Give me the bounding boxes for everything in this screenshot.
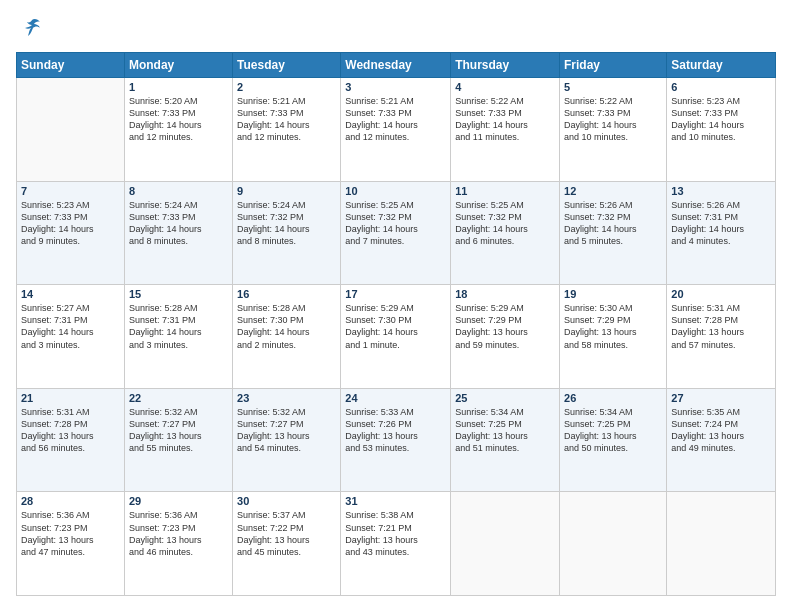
calendar-cell: 9Sunrise: 5:24 AM Sunset: 7:32 PM Daylig… bbox=[233, 181, 341, 285]
day-info: Sunrise: 5:34 AM Sunset: 7:25 PM Dayligh… bbox=[455, 406, 555, 455]
calendar-cell: 2Sunrise: 5:21 AM Sunset: 7:33 PM Daylig… bbox=[233, 78, 341, 182]
day-info: Sunrise: 5:36 AM Sunset: 7:23 PM Dayligh… bbox=[21, 509, 120, 558]
calendar-cell: 28Sunrise: 5:36 AM Sunset: 7:23 PM Dayli… bbox=[17, 492, 125, 596]
day-number: 24 bbox=[345, 392, 446, 404]
calendar-cell: 18Sunrise: 5:29 AM Sunset: 7:29 PM Dayli… bbox=[451, 285, 560, 389]
day-number: 3 bbox=[345, 81, 446, 93]
day-info: Sunrise: 5:28 AM Sunset: 7:30 PM Dayligh… bbox=[237, 302, 336, 351]
weekday-header-row: SundayMondayTuesdayWednesdayThursdayFrid… bbox=[17, 53, 776, 78]
day-number: 5 bbox=[564, 81, 662, 93]
day-number: 13 bbox=[671, 185, 771, 197]
day-info: Sunrise: 5:26 AM Sunset: 7:31 PM Dayligh… bbox=[671, 199, 771, 248]
calendar-cell: 11Sunrise: 5:25 AM Sunset: 7:32 PM Dayli… bbox=[451, 181, 560, 285]
day-info: Sunrise: 5:24 AM Sunset: 7:32 PM Dayligh… bbox=[237, 199, 336, 248]
day-number: 16 bbox=[237, 288, 336, 300]
day-info: Sunrise: 5:24 AM Sunset: 7:33 PM Dayligh… bbox=[129, 199, 228, 248]
calendar-cell bbox=[451, 492, 560, 596]
calendar-week-row: 7Sunrise: 5:23 AM Sunset: 7:33 PM Daylig… bbox=[17, 181, 776, 285]
calendar-cell: 15Sunrise: 5:28 AM Sunset: 7:31 PM Dayli… bbox=[124, 285, 232, 389]
calendar-cell: 19Sunrise: 5:30 AM Sunset: 7:29 PM Dayli… bbox=[560, 285, 667, 389]
calendar-cell: 31Sunrise: 5:38 AM Sunset: 7:21 PM Dayli… bbox=[341, 492, 451, 596]
calendar-cell bbox=[17, 78, 125, 182]
day-number: 1 bbox=[129, 81, 228, 93]
calendar-cell bbox=[667, 492, 776, 596]
calendar-cell: 23Sunrise: 5:32 AM Sunset: 7:27 PM Dayli… bbox=[233, 388, 341, 492]
calendar-cell: 24Sunrise: 5:33 AM Sunset: 7:26 PM Dayli… bbox=[341, 388, 451, 492]
calendar-week-row: 1Sunrise: 5:20 AM Sunset: 7:33 PM Daylig… bbox=[17, 78, 776, 182]
weekday-header-thursday: Thursday bbox=[451, 53, 560, 78]
day-info: Sunrise: 5:21 AM Sunset: 7:33 PM Dayligh… bbox=[237, 95, 336, 144]
calendar-cell: 5Sunrise: 5:22 AM Sunset: 7:33 PM Daylig… bbox=[560, 78, 667, 182]
day-number: 9 bbox=[237, 185, 336, 197]
day-number: 10 bbox=[345, 185, 446, 197]
weekday-header-saturday: Saturday bbox=[667, 53, 776, 78]
calendar-week-row: 21Sunrise: 5:31 AM Sunset: 7:28 PM Dayli… bbox=[17, 388, 776, 492]
calendar-cell: 17Sunrise: 5:29 AM Sunset: 7:30 PM Dayli… bbox=[341, 285, 451, 389]
calendar-cell: 6Sunrise: 5:23 AM Sunset: 7:33 PM Daylig… bbox=[667, 78, 776, 182]
day-info: Sunrise: 5:38 AM Sunset: 7:21 PM Dayligh… bbox=[345, 509, 446, 558]
day-info: Sunrise: 5:36 AM Sunset: 7:23 PM Dayligh… bbox=[129, 509, 228, 558]
day-number: 22 bbox=[129, 392, 228, 404]
day-number: 28 bbox=[21, 495, 120, 507]
day-info: Sunrise: 5:35 AM Sunset: 7:24 PM Dayligh… bbox=[671, 406, 771, 455]
calendar-cell: 16Sunrise: 5:28 AM Sunset: 7:30 PM Dayli… bbox=[233, 285, 341, 389]
calendar-cell: 20Sunrise: 5:31 AM Sunset: 7:28 PM Dayli… bbox=[667, 285, 776, 389]
day-info: Sunrise: 5:29 AM Sunset: 7:29 PM Dayligh… bbox=[455, 302, 555, 351]
day-number: 8 bbox=[129, 185, 228, 197]
weekday-header-wednesday: Wednesday bbox=[341, 53, 451, 78]
day-number: 21 bbox=[21, 392, 120, 404]
calendar-cell bbox=[560, 492, 667, 596]
day-number: 6 bbox=[671, 81, 771, 93]
calendar-cell: 8Sunrise: 5:24 AM Sunset: 7:33 PM Daylig… bbox=[124, 181, 232, 285]
day-number: 19 bbox=[564, 288, 662, 300]
calendar-cell: 12Sunrise: 5:26 AM Sunset: 7:32 PM Dayli… bbox=[560, 181, 667, 285]
day-info: Sunrise: 5:25 AM Sunset: 7:32 PM Dayligh… bbox=[345, 199, 446, 248]
day-info: Sunrise: 5:32 AM Sunset: 7:27 PM Dayligh… bbox=[129, 406, 228, 455]
day-info: Sunrise: 5:26 AM Sunset: 7:32 PM Dayligh… bbox=[564, 199, 662, 248]
calendar-cell: 3Sunrise: 5:21 AM Sunset: 7:33 PM Daylig… bbox=[341, 78, 451, 182]
calendar-cell: 14Sunrise: 5:27 AM Sunset: 7:31 PM Dayli… bbox=[17, 285, 125, 389]
day-number: 23 bbox=[237, 392, 336, 404]
calendar-cell: 29Sunrise: 5:36 AM Sunset: 7:23 PM Dayli… bbox=[124, 492, 232, 596]
day-number: 14 bbox=[21, 288, 120, 300]
day-info: Sunrise: 5:23 AM Sunset: 7:33 PM Dayligh… bbox=[671, 95, 771, 144]
day-info: Sunrise: 5:37 AM Sunset: 7:22 PM Dayligh… bbox=[237, 509, 336, 558]
day-info: Sunrise: 5:23 AM Sunset: 7:33 PM Dayligh… bbox=[21, 199, 120, 248]
day-number: 25 bbox=[455, 392, 555, 404]
day-info: Sunrise: 5:33 AM Sunset: 7:26 PM Dayligh… bbox=[345, 406, 446, 455]
day-info: Sunrise: 5:21 AM Sunset: 7:33 PM Dayligh… bbox=[345, 95, 446, 144]
day-number: 30 bbox=[237, 495, 336, 507]
day-number: 2 bbox=[237, 81, 336, 93]
day-number: 4 bbox=[455, 81, 555, 93]
logo bbox=[16, 16, 42, 42]
day-number: 17 bbox=[345, 288, 446, 300]
day-info: Sunrise: 5:20 AM Sunset: 7:33 PM Dayligh… bbox=[129, 95, 228, 144]
calendar-week-row: 14Sunrise: 5:27 AM Sunset: 7:31 PM Dayli… bbox=[17, 285, 776, 389]
day-info: Sunrise: 5:22 AM Sunset: 7:33 PM Dayligh… bbox=[455, 95, 555, 144]
calendar-cell: 30Sunrise: 5:37 AM Sunset: 7:22 PM Dayli… bbox=[233, 492, 341, 596]
day-number: 31 bbox=[345, 495, 446, 507]
calendar-cell: 4Sunrise: 5:22 AM Sunset: 7:33 PM Daylig… bbox=[451, 78, 560, 182]
weekday-header-sunday: Sunday bbox=[17, 53, 125, 78]
weekday-header-friday: Friday bbox=[560, 53, 667, 78]
calendar-cell: 22Sunrise: 5:32 AM Sunset: 7:27 PM Dayli… bbox=[124, 388, 232, 492]
day-info: Sunrise: 5:31 AM Sunset: 7:28 PM Dayligh… bbox=[21, 406, 120, 455]
day-number: 29 bbox=[129, 495, 228, 507]
day-info: Sunrise: 5:31 AM Sunset: 7:28 PM Dayligh… bbox=[671, 302, 771, 351]
weekday-header-monday: Monday bbox=[124, 53, 232, 78]
day-info: Sunrise: 5:25 AM Sunset: 7:32 PM Dayligh… bbox=[455, 199, 555, 248]
day-number: 20 bbox=[671, 288, 771, 300]
day-info: Sunrise: 5:32 AM Sunset: 7:27 PM Dayligh… bbox=[237, 406, 336, 455]
calendar-cell: 7Sunrise: 5:23 AM Sunset: 7:33 PM Daylig… bbox=[17, 181, 125, 285]
day-number: 11 bbox=[455, 185, 555, 197]
day-number: 7 bbox=[21, 185, 120, 197]
day-info: Sunrise: 5:27 AM Sunset: 7:31 PM Dayligh… bbox=[21, 302, 120, 351]
day-number: 27 bbox=[671, 392, 771, 404]
calendar-cell: 1Sunrise: 5:20 AM Sunset: 7:33 PM Daylig… bbox=[124, 78, 232, 182]
day-info: Sunrise: 5:28 AM Sunset: 7:31 PM Dayligh… bbox=[129, 302, 228, 351]
calendar-table: SundayMondayTuesdayWednesdayThursdayFrid… bbox=[16, 52, 776, 596]
calendar-cell: 27Sunrise: 5:35 AM Sunset: 7:24 PM Dayli… bbox=[667, 388, 776, 492]
day-info: Sunrise: 5:22 AM Sunset: 7:33 PM Dayligh… bbox=[564, 95, 662, 144]
day-number: 18 bbox=[455, 288, 555, 300]
calendar-week-row: 28Sunrise: 5:36 AM Sunset: 7:23 PM Dayli… bbox=[17, 492, 776, 596]
